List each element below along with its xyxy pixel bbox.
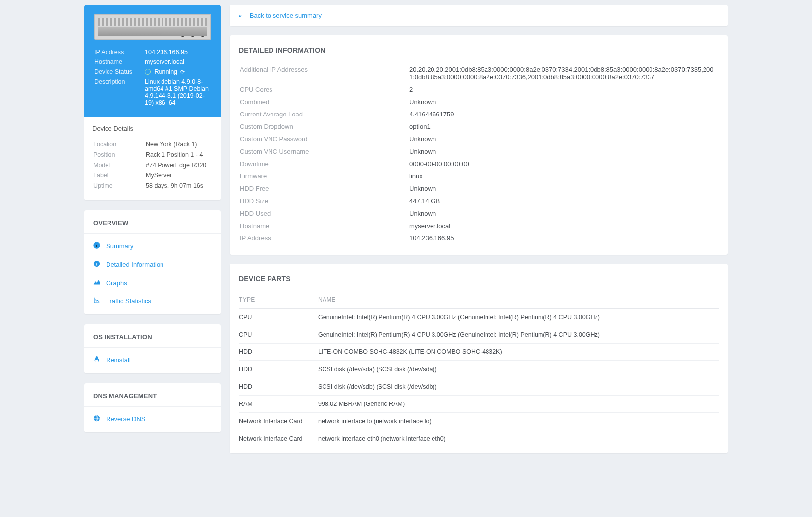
detailed-row: HDD UsedUnknown (240, 208, 718, 219)
linux-icon (93, 356, 100, 364)
parts-head-type: TYPE (239, 291, 318, 309)
parts-type: RAM (239, 396, 318, 413)
parts-row: Network Interface Cardnetwork interface … (239, 413, 719, 430)
parts-name: LITE-ON COMBO SOHC-4832K (LITE-ON COMBO … (318, 344, 719, 361)
left-column: IP Address 104.236.166.95 Hostname myser… (84, 5, 221, 453)
parts-name: SCSI disk (/dev/sda) (SCSI disk (/dev/sd… (318, 361, 719, 378)
chevron-left-icon: « (239, 13, 242, 19)
hero-status-text: Running (154, 68, 177, 75)
hero-desc-label: Description (94, 77, 144, 107)
parts-head-name: NAME (318, 291, 719, 309)
detailed-val: linux (409, 171, 718, 182)
device-parts-table: TYPE NAME CPUGenuineIntel: Intel(R) Pent… (239, 291, 719, 447)
detailed-val: Unknown (409, 183, 718, 194)
info-solid-icon (93, 260, 100, 269)
detailed-key: Additional IP Addresses (240, 64, 408, 83)
parts-type: Network Interface Card (239, 413, 318, 430)
status-ok-icon (145, 69, 151, 75)
refresh-icon[interactable] (179, 68, 185, 75)
detailed-row: Additional IP Addresses20.20.20.20,2001:… (240, 64, 718, 83)
hero-status-value: Running (145, 67, 211, 76)
parts-type: CPU (239, 309, 318, 326)
detailed-row: CPU Cores2 (240, 84, 718, 95)
detailed-row: HDD FreeUnknown (240, 183, 718, 194)
parts-row: HDDSCSI disk (/dev/sda) (SCSI disk (/dev… (239, 361, 719, 378)
back-bar: « Back to service summary (230, 5, 728, 26)
detailed-val: Unknown (409, 146, 718, 157)
dd-val: Rack 1 Position 1 - 4 (146, 150, 212, 159)
dd-key: Location (93, 139, 145, 149)
dns-links: Reverse DNS (84, 407, 221, 432)
device-details-title: Device Details (84, 117, 221, 136)
detailed-key: Combined (240, 96, 408, 108)
dns-title: DNS MANAGEMENT (84, 383, 221, 407)
hero-host-label: Hostname (94, 57, 144, 66)
parts-row: CPUGenuineIntel: Intel(R) Pentium(R) 4 C… (239, 326, 719, 344)
detailed-row: IP Address104.236.166.95 (240, 232, 718, 244)
svg-rect-1 (96, 245, 97, 247)
overview-item-label-graphs: Graphs (106, 279, 127, 287)
dns-item-label-rdns: Reverse DNS (106, 415, 145, 423)
detailed-key: CPU Cores (240, 84, 408, 95)
detailed-key: Downtime (240, 158, 408, 170)
detailed-row: Firmwarelinux (240, 171, 718, 182)
overview-title: OVERVIEW (84, 210, 221, 234)
overview-item-traffic[interactable]: Traffic Statistics (84, 292, 221, 310)
hero-ip-value: 104.236.166.95 (145, 48, 211, 57)
dns-panel: DNS MANAGEMENT Reverse DNS (84, 383, 221, 432)
os-install-title: OS INSTALLATION (84, 324, 221, 348)
detailed-val: 447.14 GB (409, 195, 718, 207)
detailed-key: Current Average Load (240, 109, 408, 120)
detailed-key: HDD Used (240, 208, 408, 219)
area-icon (93, 279, 100, 287)
parts-name: 998.02 MBRAM (Generic RAM) (318, 396, 719, 413)
detailed-row: Downtime0000-00-00 00:00:00 (240, 158, 718, 170)
server-image (94, 14, 211, 40)
overview-item-detailed[interactable]: Detailed Information (84, 255, 221, 274)
dd-val: 58 days, 9h 07m 16s (146, 181, 212, 190)
dd-val: #74 PowerEdge R320 (146, 160, 212, 170)
detailed-key: IP Address (240, 232, 408, 244)
parts-type: HDD (239, 344, 318, 361)
parts-name: network interface lo (network interface … (318, 413, 719, 430)
overview-links: SummaryDetailed InformationGraphsTraffic… (84, 234, 221, 314)
detailed-key: Custom VNC Password (240, 133, 408, 145)
overview-item-graphs[interactable]: Graphs (84, 274, 221, 292)
detailed-key: Hostname (240, 220, 408, 231)
back-link[interactable]: « Back to service summary (239, 12, 322, 19)
device-hero: IP Address 104.236.166.95 Hostname myser… (84, 5, 221, 117)
overview-panel: OVERVIEW SummaryDetailed InformationGrap… (84, 210, 221, 314)
svg-rect-3 (96, 263, 97, 265)
os-install-panel: OS INSTALLATION Reinstall (84, 324, 221, 373)
detailed-key: Custom VNC Username (240, 146, 408, 157)
hero-table: IP Address 104.236.166.95 Hostname myser… (93, 47, 212, 108)
parts-row: RAM998.02 MBRAM (Generic RAM) (239, 396, 719, 413)
parts-row: CPUGenuineIntel: Intel(R) Pentium(R) 4 C… (239, 309, 719, 326)
detailed-val: 2 (409, 84, 718, 95)
dns-item-rdns[interactable]: Reverse DNS (84, 410, 221, 428)
detailed-val: 4.41644661759 (409, 109, 718, 120)
hero-desc-value: Linux debian 4.9.0-8-amd64 #1 SMP Debian… (145, 77, 211, 107)
osinstall-item-label-reinstall: Reinstall (106, 356, 131, 364)
page: IP Address 104.236.166.95 Hostname myser… (0, 5, 812, 453)
device-details-row: LabelMyServer (93, 171, 212, 180)
detailed-row: CombinedUnknown (240, 96, 718, 108)
detailed-val: 0000-00-00 00:00:00 (409, 158, 718, 170)
back-link-label: Back to service summary (250, 12, 322, 19)
right-column: « Back to service summary DETAILED INFOR… (230, 5, 728, 453)
detailed-key: HDD Free (240, 183, 408, 194)
device-hero-panel: IP Address 104.236.166.95 Hostname myser… (84, 5, 221, 200)
detailed-val: option1 (409, 121, 718, 132)
parts-type: CPU (239, 326, 318, 344)
detailed-info-title: DETAILED INFORMATION (230, 35, 728, 59)
device-parts-title: DEVICE PARTS (230, 264, 728, 287)
globe-icon (93, 415, 100, 423)
dd-key: Model (93, 160, 145, 170)
detailed-key: Firmware (240, 171, 408, 182)
overview-item-summary[interactable]: Summary (84, 237, 221, 255)
detailed-key: Custom Dropdown (240, 121, 408, 132)
detailed-row: Custom VNC UsernameUnknown (240, 146, 718, 157)
parts-type: HDD (239, 361, 318, 378)
detailed-info-panel: DETAILED INFORMATION Additional IP Addre… (230, 35, 728, 255)
osinstall-item-reinstall[interactable]: Reinstall (84, 351, 221, 369)
